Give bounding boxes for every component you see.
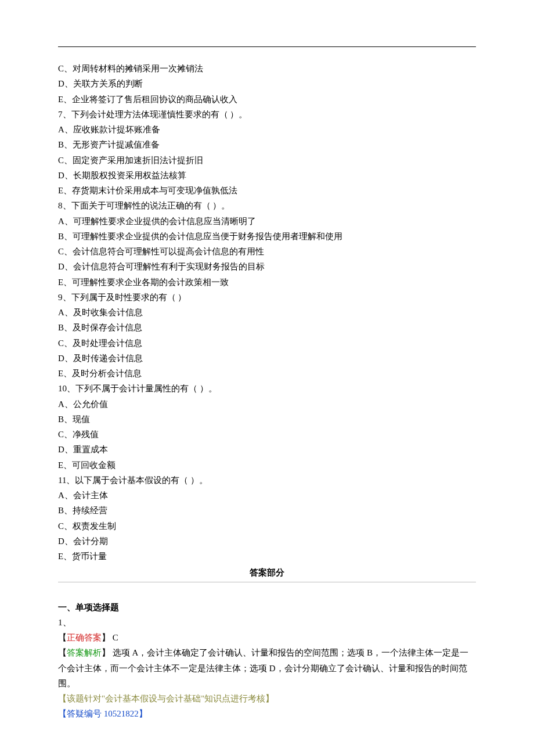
answer-1-correct-label: 正确答案: [67, 633, 102, 642]
answers-section-title: 答案部分: [58, 565, 476, 580]
top-horizontal-rule: [58, 46, 476, 47]
q11-option-b: B、持续经营: [58, 503, 476, 518]
answer-1-correct-value: C: [113, 633, 118, 642]
q7-option-a: A、应收账款计提坏账准备: [58, 122, 476, 137]
q7-option-c: C、固定资产采用加速折旧法计提折旧: [58, 153, 476, 168]
q9-option-d: D、及时传递会计信息: [58, 351, 476, 366]
q8-option-e: E、可理解性要求企业各期的会计政策相一致: [58, 275, 476, 290]
q7-option-d: D、长期股权投资采用权益法核算: [58, 168, 476, 183]
q10-option-e: E、可回收金额: [58, 458, 476, 473]
q11-option-c: C、权责发生制: [58, 519, 476, 534]
q10-stem: 10、下列不属于会计计量属性的有（ ）。: [58, 381, 476, 396]
answer-1-reference[interactable]: 【答疑编号 10521822】: [58, 706, 476, 721]
answer-1-topic-pre: 【该题针对": [58, 694, 105, 703]
q6-option-e: E、企业将签订了售后租回协议的商品确认收入: [58, 92, 476, 107]
answer-1-analysis-text: 选项 A，会计主体确定了会计确认、计量和报告的空间范围；选项 B，一个法律主体一…: [58, 648, 468, 688]
q6-option-d: D、关联方关系的判断: [58, 76, 476, 91]
q9-option-a: A、及时收集会计信息: [58, 305, 476, 320]
bracket-close-2: 】: [102, 648, 113, 657]
q6-option-c: C、对周转材料的摊销采用一次摊销法: [58, 61, 476, 76]
q8-stem: 8、下面关于可理解性的说法正确的有（ ）。: [58, 198, 476, 213]
q11-option-e: E、货币计量: [58, 549, 476, 564]
answer-1-correct: 【正确答案】 C: [58, 630, 476, 645]
q8-option-d: D、会计信息符合可理解性有利于实现财务报告的目标: [58, 259, 476, 274]
answer-1-topic-post: "知识点进行考核】: [201, 694, 274, 703]
answer-1-number: 1、: [58, 615, 476, 630]
q7-option-e: E、存货期末计价采用成本与可变现净值孰低法: [58, 183, 476, 198]
answer-1-analysis-label: 答案解析: [67, 648, 102, 657]
answer-1-topic: 【该题针对"会计基本假设与会计基础"知识点进行考核】: [58, 691, 476, 706]
q7-option-b: B、无形资产计提减值准备: [58, 137, 476, 152]
q8-option-b: B、可理解性要求企业提供的会计信息应当便于财务报告使用者理解和使用: [58, 229, 476, 244]
q8-option-a: A、可理解性要求企业提供的会计信息应当清晰明了: [58, 214, 476, 229]
q9-option-e: E、及时分析会计信息: [58, 366, 476, 381]
q11-option-a: A、会计主体: [58, 488, 476, 503]
answers-divider: [58, 582, 476, 582]
bracket-open: 【: [58, 633, 67, 642]
q11-option-d: D、会计分期: [58, 534, 476, 549]
q10-option-a: A、公允价值: [58, 397, 476, 412]
bracket-close: 】: [102, 633, 113, 642]
q7-stem: 7、下列会计处理方法体现谨慎性要求的有（ ）。: [58, 107, 476, 122]
q11-stem: 11、以下属于会计基本假设的有（ ）。: [58, 473, 476, 488]
q9-stem: 9、下列属于及时性要求的有（ ）: [58, 290, 476, 305]
q10-option-b: B、现值: [58, 412, 476, 427]
q10-option-d: D、重置成本: [58, 442, 476, 457]
section-1-heading: 一、单项选择题: [58, 600, 476, 615]
q9-option-c: C、及时处理会计信息: [58, 336, 476, 351]
q10-option-c: C、净残值: [58, 427, 476, 442]
answer-1-topic-link[interactable]: 会计基本假设与会计基础: [105, 694, 201, 703]
bracket-open-2: 【: [58, 648, 67, 657]
q8-option-c: C、会计信息符合可理解性可以提高会计信息的有用性: [58, 244, 476, 259]
answer-1-analysis: 【答案解析】 选项 A，会计主体确定了会计确认、计量和报告的空间范围；选项 B，…: [58, 645, 476, 691]
q9-option-b: B、及时保存会计信息: [58, 320, 476, 335]
